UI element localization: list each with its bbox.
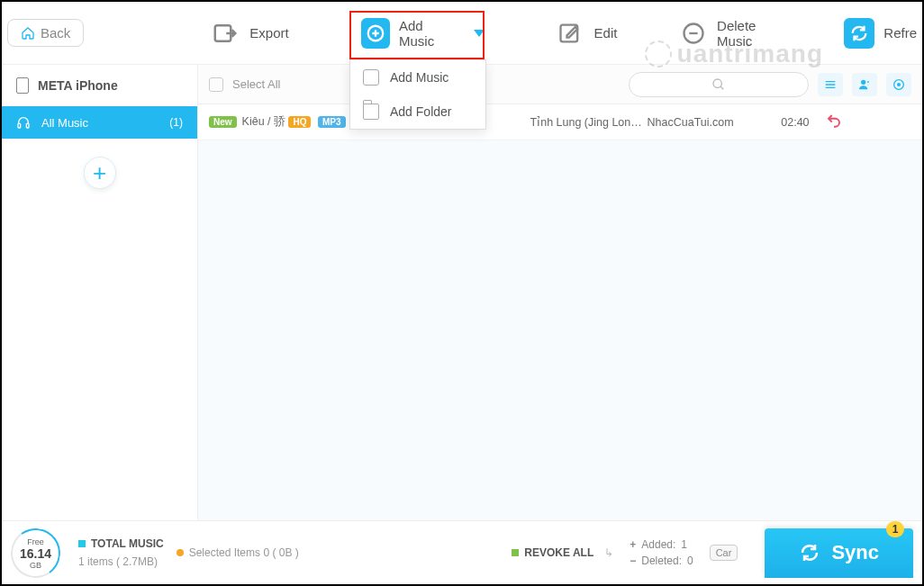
deleted-count: 0 [687,554,693,567]
home-icon [21,26,35,41]
total-music-label: TOTAL MUSIC [91,537,164,550]
export-icon [210,18,240,49]
delete-music-button[interactable]: Delete Music [678,18,792,49]
sidebar-item-label: All Music [41,116,88,130]
svg-rect-7 [18,123,21,128]
disc-icon [892,77,906,92]
refresh-label: Refre [883,25,917,41]
search-input[interactable] [629,72,809,97]
list-view-button[interactable] [818,73,843,96]
revoke-arrow-icon: ↳ [604,546,613,559]
contact-view-button[interactable] [852,73,877,96]
person-icon [857,77,872,92]
sync-badge: 1 [886,521,904,537]
add-music-button[interactable]: Add Music [361,18,485,49]
sync-icon [799,542,820,563]
content-area: Select All New Kiêu / 骄 HQ MP3 Tỉnh Lung… [198,65,922,520]
total-music-block: TOTAL MUSIC 1 items ( 2.7MB) [78,537,164,568]
dot-cyan-icon [78,540,86,547]
dot-green-icon [512,549,519,556]
search-icon [711,77,726,92]
folder-icon [363,104,379,120]
back-label: Back [41,25,70,41]
sidebar: META iPhone All Music (1) + [2,65,198,520]
minus-icon: − [630,554,636,567]
footer: Free 16.14 GB TOTAL MUSIC 1 items ( 2.7M… [2,520,922,584]
edit-label: Edit [594,25,618,41]
headphones-icon [16,115,31,130]
dropdown-add-music[interactable]: Add Music [350,60,485,95]
refresh-icon [844,18,874,49]
refresh-button[interactable]: Refre [844,18,917,49]
edit-icon [555,18,585,49]
storage-free-unit: GB [20,560,51,569]
delete-icon [678,18,708,49]
badge-hq: HQ [288,116,311,128]
list-header: Select All [198,65,922,104]
select-all-label: Select All [232,77,280,91]
added-count: 1 [681,538,687,551]
add-music-dropdown: Add Music Add Folder [349,59,486,130]
storage-free-value: 16.14 [20,545,51,560]
track-row[interactable]: New Kiêu / 骄 HQ MP3 Tỉnh Lung (Jing Long… [198,104,922,140]
back-button[interactable]: Back [7,19,84,47]
device-row[interactable]: META iPhone [2,65,197,106]
toolbar: Back Export Add Music Edit Delete Music … [2,2,922,65]
dot-orange-icon [177,549,184,556]
add-music-icon [361,18,390,49]
device-name: META iPhone [38,78,118,93]
track-title-text: Kiêu / 骄 [242,115,285,128]
sidebar-item-count: (1) [169,116,183,129]
svg-point-12 [898,83,901,86]
track-album: NhacCuaTui.com [648,116,756,129]
badge-mp3: MP3 [318,116,346,128]
svg-point-10 [861,79,865,84]
undo-icon [826,113,842,129]
footer-right: REVOKE ALL ↳ +Added: 1 −Deleted: 0 Car S… [512,528,913,578]
export-label: Export [249,25,288,41]
selected-text: Selected Items 0 ( 0B ) [189,546,299,559]
storage-free-label: Free [20,536,51,545]
select-all-checkbox[interactable] [209,77,223,92]
track-duration: 02:40 [756,116,810,129]
revoke-label: REVOKE ALL [524,546,593,559]
disc-view-button[interactable] [886,73,911,96]
added-label: Added: [641,538,675,551]
list-icon [823,77,838,92]
add-category-button[interactable]: + [84,157,116,189]
plus-icon: + [630,538,636,551]
change-counts: +Added: 1 −Deleted: 0 [630,538,693,567]
export-button[interactable]: Export [210,18,288,49]
dropdown-add-music-label: Add Music [390,70,448,85]
undo-button[interactable] [826,113,842,131]
phone-icon [16,77,29,94]
svg-rect-8 [26,123,29,128]
dropdown-add-folder[interactable]: Add Folder [350,95,485,129]
track-artist: Tỉnh Lung (Jing Long),... [530,115,648,129]
dropdown-add-folder-label: Add Folder [390,104,451,119]
storage-gauge: Free 16.14 GB [7,525,64,581]
sidebar-item-all-music[interactable]: All Music (1) [2,106,197,139]
sync-label: Sync [831,541,879,564]
file-icon [363,69,379,86]
plus-icon: + [93,159,106,187]
selected-block: Selected Items 0 ( 0B ) [177,546,299,559]
add-music-label: Add Music [399,18,459,49]
items-text: 1 items ( 2.7MB) [78,555,164,568]
edit-button[interactable]: Edit [555,18,618,49]
chevron-down-icon[interactable] [474,30,485,37]
revoke-all-button[interactable]: REVOKE ALL [512,546,593,559]
delete-music-label: Delete Music [717,18,792,49]
header-right-tools [629,72,911,97]
cancel-button[interactable]: Car [710,545,738,561]
svg-point-9 [713,79,721,87]
badge-new: New [209,116,237,128]
deleted-label: Deleted: [641,554,682,567]
sync-button[interactable]: Sync 1 [765,528,913,578]
